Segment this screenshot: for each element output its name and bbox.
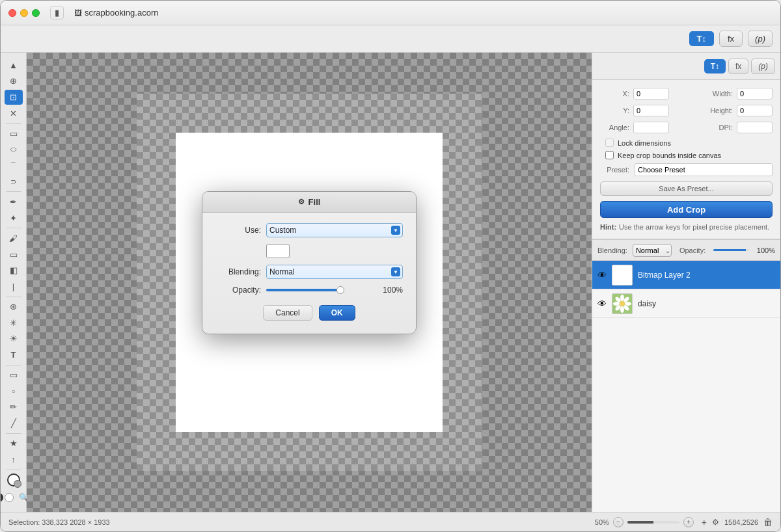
delete-layer-button[interactable]: 🗑 <box>763 517 773 527</box>
y-height-row: Y: Height: <box>600 105 773 116</box>
lasso-tool[interactable]: ⌒ <box>5 158 23 173</box>
layer-name: Bitmap Layer 2 <box>638 271 775 280</box>
dpi-label: DPI: <box>704 124 733 131</box>
file-icon: 🖼 <box>74 8 82 18</box>
traffic-lights <box>8 9 40 17</box>
sidebar-toggle-button[interactable]: ▮ <box>50 6 64 20</box>
magic-wand-tool[interactable]: ✦ <box>5 211 23 226</box>
star-icon: ★ <box>10 438 18 448</box>
zoom-controls: 50% − + <box>595 517 694 527</box>
text-tool-btn[interactable]: T↕ <box>689 31 714 46</box>
blend-select-wrapper[interactable]: Normal Multiply Screen <box>633 244 672 257</box>
crop-tool[interactable]: ⊡ <box>5 90 23 105</box>
line-tool[interactable]: ╱ <box>5 416 23 431</box>
ellipse-select-tool[interactable]: ⬭ <box>5 142 23 157</box>
zoom-tool[interactable]: ⊕ <box>5 74 23 89</box>
rect-shape-icon: ▭ <box>10 370 18 380</box>
preset-label: Preset: <box>600 166 629 174</box>
color-swatch[interactable] <box>266 244 290 258</box>
arrow-shape-tool[interactable]: ↑ <box>5 452 23 467</box>
opacity-val-right: 100% <box>757 246 775 254</box>
layer-thumbnail <box>612 265 633 286</box>
rect-shape-tool[interactable]: ▭ <box>5 367 23 382</box>
layers-list: 👁 Bitmap Layer 2 👁 <box>592 261 780 512</box>
dpi-input[interactable] <box>737 122 773 133</box>
arrow-up-icon: ↑ <box>11 455 16 464</box>
layer-item[interactable]: 👁 <box>592 289 780 318</box>
use-select-wrapper[interactable]: Custom Foreground Color Background Color… <box>266 223 403 237</box>
angle-input[interactable] <box>633 122 669 133</box>
keep-crop-checkbox[interactable] <box>605 151 614 159</box>
layer-item[interactable]: 👁 Bitmap Layer 2 <box>592 261 780 289</box>
opacity-slider-right[interactable] <box>713 249 749 251</box>
svg-point-2 <box>620 295 624 301</box>
hint-row: Hint: Use the arrow keys for pixel preci… <box>600 223 773 231</box>
minimize-button[interactable] <box>20 9 28 17</box>
svg-point-4 <box>625 302 631 306</box>
y-input[interactable] <box>633 105 669 116</box>
clone-tool[interactable]: ⊛ <box>5 299 23 314</box>
zoom-plus-button[interactable]: + <box>683 517 694 527</box>
maximize-button[interactable] <box>32 9 40 17</box>
black-circle[interactable] <box>1 493 3 502</box>
zoom-level: 50% <box>595 518 609 526</box>
add-layer-button[interactable]: + <box>702 517 707 527</box>
blending-select-wrapper[interactable]: Normal Multiply Screen Overlay <box>266 265 403 279</box>
right-p-btn[interactable]: (p) <box>751 59 775 74</box>
add-crop-button[interactable]: Add Crop <box>600 201 773 218</box>
layer-controls: Blending: Normal Multiply Screen Opacity… <box>592 240 780 261</box>
width-input[interactable] <box>737 88 773 100</box>
smudge-tool[interactable]: | <box>5 279 23 294</box>
opacity-slider-wrapper[interactable] <box>266 289 375 291</box>
ok-button[interactable]: OK <box>319 305 355 321</box>
fill-dialog: ⚙ Fill Use: Custom Foreground Color Back <box>202 191 417 334</box>
height-input[interactable] <box>737 105 773 116</box>
eye-icon[interactable]: 👁 <box>597 270 607 280</box>
eyedropper-icon: ✒ <box>10 197 17 207</box>
ellipse-shape-tool[interactable]: ○ <box>5 384 23 399</box>
eyedropper-tool[interactable]: ✒ <box>5 194 23 209</box>
gradient-tool[interactable]: ☀ <box>5 332 23 347</box>
preset-select[interactable]: Choose Preset <box>635 163 773 176</box>
zoom-minus-button[interactable]: − <box>613 517 623 527</box>
close-button[interactable] <box>8 9 16 17</box>
x-input[interactable] <box>633 88 669 100</box>
effects-tool[interactable]: ✳ <box>5 315 23 330</box>
keep-crop-label: Keep crop bounds inside canvas <box>618 152 721 159</box>
text-tool[interactable]: T <box>5 347 23 362</box>
cancel-button[interactable]: Cancel <box>263 305 312 321</box>
effects-icon: ✳ <box>10 318 17 328</box>
white-circle[interactable] <box>5 493 14 502</box>
fx-button[interactable]: fx <box>719 31 743 47</box>
p-button[interactable]: (p) <box>748 31 773 47</box>
pen-tool[interactable]: ✏ <box>5 400 23 415</box>
right-text-btn[interactable]: T↕ <box>704 59 726 73</box>
lock-dimensions-row: Lock dimensions <box>600 139 773 147</box>
save-preset-button[interactable]: Save As Preset... <box>600 181 773 196</box>
star-tool[interactable]: ★ <box>5 436 23 451</box>
magic-lasso-tool[interactable]: ⊃ <box>5 174 23 189</box>
lock-dimensions-checkbox[interactable] <box>605 139 614 147</box>
selection-info: Selection: 338,323 2028 × 1933 <box>8 518 587 526</box>
eraser-tool[interactable]: ▭ <box>5 247 23 262</box>
select-tool[interactable]: ▲ <box>5 58 23 73</box>
paint-bucket-tool[interactable]: ◧ <box>5 263 23 278</box>
zoom-slider[interactable] <box>627 521 679 524</box>
use-select[interactable]: Custom Foreground Color Background Color… <box>266 223 403 237</box>
right-fx-btn[interactable]: fx <box>728 59 748 74</box>
opacity-slider[interactable] <box>266 289 344 291</box>
layer-panel: Blending: Normal Multiply Screen Opacity… <box>592 239 780 512</box>
text-icon: T <box>11 350 16 360</box>
settings-gear-icon[interactable]: ⚙ <box>712 518 719 527</box>
eye-icon[interactable]: 👁 <box>597 299 607 309</box>
width-label: Width: <box>704 90 733 98</box>
hint-text: Use the arrow keys for pixel precise pla… <box>619 223 769 231</box>
top-toolbar: T↕ fx (p) <box>1 25 780 53</box>
blending-select[interactable]: Normal Multiply Screen Overlay <box>266 265 403 279</box>
arrow-icon: ▲ <box>9 60 18 70</box>
foreground-color-btn[interactable] <box>5 473 23 488</box>
move-tool[interactable]: ✕ <box>5 106 23 121</box>
blending-mode-select[interactable]: Normal Multiply Screen <box>633 244 672 257</box>
paintbrush-tool[interactable]: 🖌 <box>5 231 23 246</box>
rect-select-tool[interactable]: ▭ <box>5 126 23 141</box>
